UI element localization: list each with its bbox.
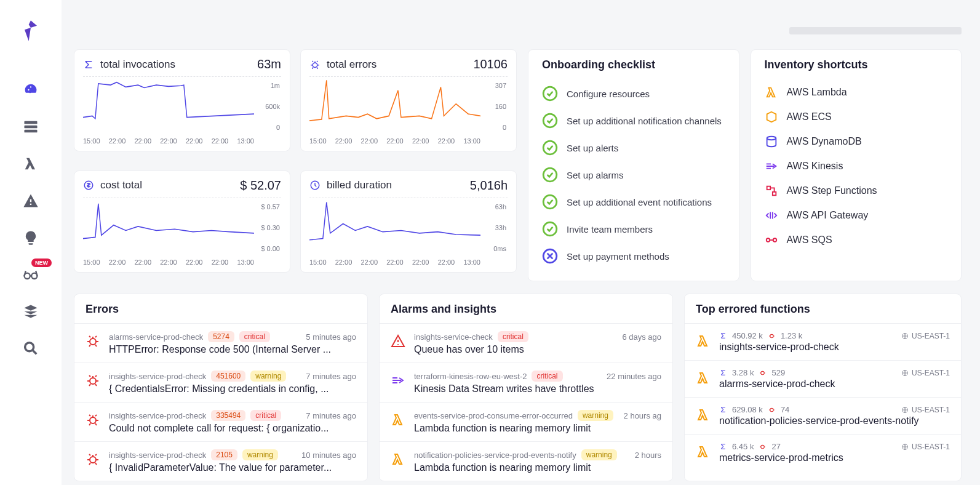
function-name: insights-service-prod-check bbox=[719, 342, 950, 353]
alarm-row[interactable]: events-service-prod-consume-error-occurr… bbox=[380, 402, 672, 441]
errors-panel: Errors alarms-service-prod-check 5274 cr… bbox=[74, 294, 368, 481]
inventory-item[interactable]: AWS Step Functions bbox=[765, 178, 950, 203]
sparkline bbox=[309, 198, 480, 249]
sparkline bbox=[309, 77, 480, 127]
alarms-panel: Alarms and insights insights-service-che… bbox=[379, 294, 673, 481]
inventory-item[interactable]: AWS SQS bbox=[765, 228, 950, 252]
onboarding-checklist-card: Onboarding checklist Configure resources… bbox=[528, 49, 739, 281]
metric-card-1[interactable]: total errors 10106 3071600 15:0022:0022:… bbox=[300, 49, 517, 151]
severity-badge: critical bbox=[239, 331, 270, 342]
metric-card-2[interactable]: cost total $ 52.07 $ 0.57$ 0.30$ 0.00 15… bbox=[74, 170, 290, 273]
errors-count: 74 bbox=[781, 405, 789, 414]
kinesis-icon bbox=[391, 373, 405, 388]
error-time: 7 minutes ago bbox=[306, 411, 356, 420]
severity-badge: warning bbox=[242, 449, 278, 460]
error-count: 2105 bbox=[211, 449, 237, 460]
metric-title: total errors bbox=[327, 58, 376, 71]
nav-dashboard[interactable] bbox=[22, 81, 39, 98]
function-row[interactable]: 629.08 k 74 US-EAST-1 notification-polic… bbox=[685, 397, 961, 434]
errors-count: 1.23 k bbox=[781, 331, 802, 340]
function-row[interactable]: 3.28 k 529 US-EAST-1 alarms-service-prod… bbox=[685, 360, 961, 397]
alarm-row[interactable]: notification-policies-service-prod-event… bbox=[380, 441, 672, 481]
alarm-row[interactable]: terraform-kinesis-row-eu-west-2 critical… bbox=[380, 363, 672, 402]
error-time: 10 minutes ago bbox=[301, 451, 356, 460]
inventory-label: AWS ECS bbox=[787, 111, 832, 122]
checklist-item[interactable]: Configure resources bbox=[542, 80, 728, 107]
nav-alerts[interactable] bbox=[22, 192, 39, 209]
error-title: HTTPError: Response code 500 (Internal S… bbox=[109, 344, 356, 355]
check-icon bbox=[542, 167, 558, 183]
checklist-item[interactable]: Set up alerts bbox=[542, 134, 728, 161]
checklist-item[interactable]: Set up payment methods bbox=[542, 242, 728, 270]
svg-rect-1 bbox=[25, 126, 38, 129]
metric-value: $ 52.07 bbox=[240, 178, 281, 193]
function-row[interactable]: 450.92 k 1.23 k US-EAST-1 insights-servi… bbox=[685, 323, 961, 360]
bug-icon bbox=[759, 369, 767, 377]
severity-badge: warning bbox=[578, 410, 613, 421]
main-content: total invocations 63m 1m600k0 15:0022:00… bbox=[62, 0, 980, 485]
error-row[interactable]: insights-service-prod-check 451600 warni… bbox=[74, 363, 367, 402]
error-row[interactable]: insights-service-prod-check 2105 warning… bbox=[74, 441, 367, 481]
metric-card-0[interactable]: total invocations 63m 1m600k0 15:0022:00… bbox=[74, 49, 290, 151]
checklist-item[interactable]: Invite team members bbox=[542, 215, 728, 242]
bug-icon bbox=[86, 412, 100, 427]
checklist-item[interactable]: Set up alarms bbox=[542, 161, 728, 188]
topbar-placeholder bbox=[789, 27, 962, 34]
metric-title: billed duration bbox=[327, 179, 392, 191]
region-label: US-EAST-1 bbox=[901, 369, 950, 377]
nav-lambda[interactable] bbox=[22, 155, 39, 172]
inventory-shortcuts-card: Inventory shortcuts AWS Lambda AWS ECS A… bbox=[751, 49, 962, 281]
error-row[interactable]: insights-service-prod-check 335494 criti… bbox=[74, 402, 367, 441]
inventory-item[interactable]: AWS DynamoDB bbox=[765, 129, 950, 154]
invocations-count: 3.28 k bbox=[732, 368, 754, 377]
function-row[interactable]: 6.45 k 27 US-EAST-1 metrics-service-prod… bbox=[685, 434, 961, 471]
nav-servers[interactable] bbox=[22, 118, 39, 135]
checklist-item[interactable]: Set up additional notification channels bbox=[542, 107, 728, 134]
region-label: US-EAST-1 bbox=[901, 443, 950, 451]
checklist-label: Invite team members bbox=[567, 224, 653, 234]
severity-badge: warning bbox=[581, 449, 617, 460]
inventory-item[interactable]: AWS ECS bbox=[765, 105, 950, 129]
svg-point-19 bbox=[766, 238, 770, 242]
layers-icon bbox=[22, 303, 39, 320]
nav-insights[interactable] bbox=[22, 229, 39, 246]
invocations-count: 629.08 k bbox=[732, 405, 763, 414]
alarm-time: 2 hours ag bbox=[624, 411, 661, 420]
metric-card-3[interactable]: billed duration 5,016h 63h33h0ms 15:0022… bbox=[300, 170, 517, 273]
nav-search[interactable] bbox=[22, 340, 39, 357]
error-row[interactable]: alarms-service-prod-check 5274 critical … bbox=[74, 323, 367, 363]
checklist-label: Configure resources bbox=[567, 89, 650, 99]
checklist-item[interactable]: Set up additional event notifications bbox=[542, 188, 728, 215]
lambda-icon bbox=[391, 452, 405, 467]
alarm-row[interactable]: insights-service-check critical 6 days a… bbox=[380, 323, 672, 363]
alarm-title: Lambda function is nearing memory limit bbox=[414, 423, 661, 434]
cross-icon bbox=[542, 248, 558, 264]
bug-icon bbox=[86, 373, 100, 388]
dollar-icon bbox=[83, 180, 94, 191]
api-icon bbox=[765, 209, 778, 222]
search-icon bbox=[22, 340, 39, 357]
region-label: US-EAST-1 bbox=[901, 332, 950, 340]
inventory-item[interactable]: AWS Kinesis bbox=[765, 154, 950, 178]
nav-glasses[interactable]: NEW bbox=[22, 266, 39, 283]
lambda-icon bbox=[696, 334, 711, 348]
alarm-title: Queue has over 10 items bbox=[414, 344, 661, 355]
svg-point-20 bbox=[773, 238, 776, 242]
inventory-item[interactable]: AWS Lambda bbox=[765, 80, 950, 105]
check-icon bbox=[542, 113, 558, 129]
inventory-item[interactable]: AWS API Gateway bbox=[765, 203, 950, 228]
checklist-label: Set up alarms bbox=[567, 170, 624, 180]
alarm-source: insights-service-check bbox=[414, 332, 493, 342]
error-count: 335494 bbox=[211, 410, 245, 421]
x-axis-labels: 15:0022:0022:0022:0022:0022:0013:00 bbox=[309, 259, 480, 266]
error-title: Could not complete call for request: { o… bbox=[109, 423, 356, 434]
svg-point-29 bbox=[770, 408, 773, 411]
check-icon bbox=[542, 221, 558, 237]
svg-point-25 bbox=[770, 334, 773, 337]
alarm-source: terraform-kinesis-row-eu-west-2 bbox=[414, 372, 527, 381]
top-errored-panel: Top errored functions 450.92 k 1.23 k US… bbox=[684, 294, 962, 481]
sparkline bbox=[83, 198, 254, 249]
bug-icon bbox=[768, 406, 776, 414]
y-axis-labels: $ 0.57$ 0.30$ 0.00 bbox=[255, 203, 280, 252]
nav-layers[interactable] bbox=[22, 303, 39, 320]
